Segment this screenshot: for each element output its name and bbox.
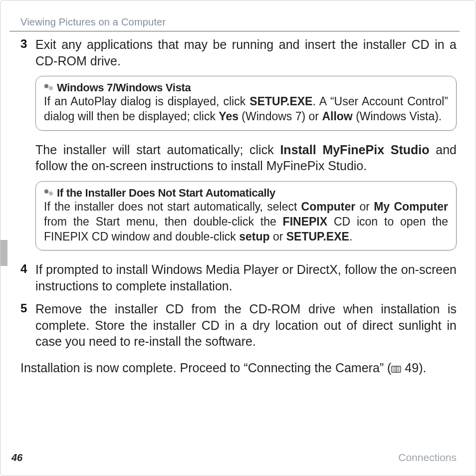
step-number: 4: [20, 261, 35, 294]
text: If an AutoPlay dialog is displayed, clic…: [44, 95, 249, 108]
svg-marker-2: [44, 189, 48, 194]
thumb-tab: [0, 240, 7, 266]
footer-section-label: Connections: [398, 452, 457, 464]
callout-title: If the Installer Does Not Start Automati…: [57, 187, 275, 200]
bold: setup: [239, 230, 269, 243]
page-header-title: Viewing Pictures on a Computer: [20, 16, 457, 28]
bold: Yes: [219, 110, 238, 123]
text: 49).: [401, 361, 426, 375]
text: If the installer does not start automati…: [44, 200, 301, 213]
bold: FINEPIX: [283, 215, 327, 228]
text: The installer will start automatically; …: [35, 143, 280, 157]
step-5: 5 Remove the installer CD from the CD-RO…: [20, 301, 457, 350]
step-3: 3 Exit any applications that may be runn…: [20, 36, 457, 69]
final-paragraph: Installation is now complete. Proceed to…: [20, 360, 457, 377]
text: Installation is now complete. Proceed to…: [20, 361, 391, 375]
callout-title: Windows 7/Windows Vista: [57, 81, 191, 94]
text: or: [270, 230, 286, 243]
text: or: [355, 200, 374, 213]
bold: Computer: [301, 200, 356, 213]
bold: Install MyFinePix Studio: [280, 143, 429, 157]
step-body: If prompted to install Windows Media Pla…: [35, 261, 457, 294]
header-rule: [9, 31, 460, 31]
manual-page: Viewing Pictures on a Computer 3 Exit an…: [0, 0, 476, 476]
text: (Windows 7) or: [238, 110, 322, 123]
step-body: Remove the installer CD from the CD-ROM …: [35, 301, 457, 350]
step-body: Exit any applications that may be runnin…: [35, 36, 457, 69]
callout-body: If an AutoPlay dialog is displayed, clic…: [44, 94, 448, 124]
page-number: 46: [11, 452, 22, 464]
bold: Allow: [322, 110, 352, 123]
callout-installer-not-start: If the Installer Does Not Start Automati…: [35, 181, 457, 251]
step-4: 4 If prompted to install Windows Media P…: [20, 261, 457, 294]
note-icon: [44, 189, 54, 197]
text: .: [349, 230, 352, 243]
svg-marker-1: [49, 86, 53, 90]
svg-marker-0: [44, 84, 48, 88]
installer-paragraph: The installer will start automatically; …: [35, 142, 457, 174]
bold: My Computer: [374, 200, 448, 213]
bold: SETUP.EXE: [286, 230, 349, 243]
step-number: 3: [20, 36, 35, 69]
bold: SETUP.EXE: [249, 95, 312, 108]
note-icon: [44, 84, 54, 92]
text: from the Start menu, then double-click t…: [44, 215, 283, 228]
callout-body: If the installer does not start automati…: [44, 200, 448, 244]
page-footer: 46 Connections: [11, 452, 457, 464]
page-content: 3 Exit any applications that may be runn…: [20, 36, 457, 377]
book-icon: [391, 361, 401, 377]
svg-marker-3: [49, 191, 53, 196]
text: (Windows Vista).: [353, 110, 442, 123]
step-number: 5: [20, 301, 35, 350]
callout-windows-vista: Windows 7/Windows Vista If an AutoPlay d…: [35, 76, 457, 131]
